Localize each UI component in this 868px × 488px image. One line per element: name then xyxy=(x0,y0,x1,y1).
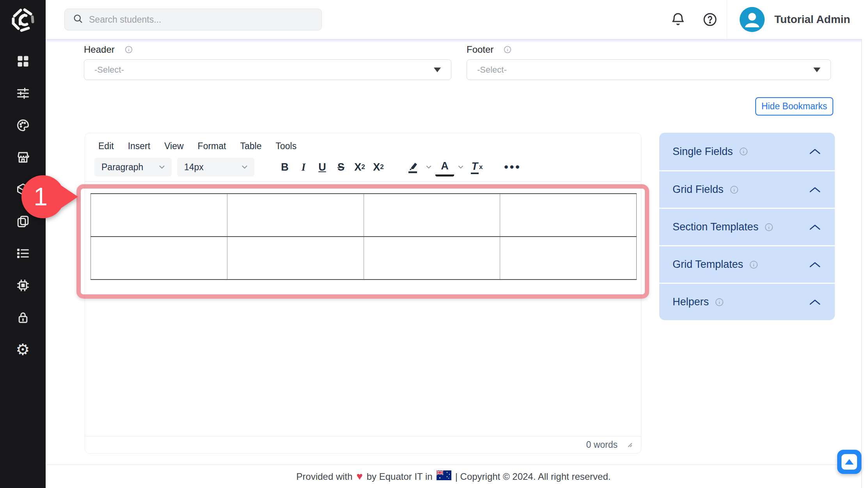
australia-flag-icon xyxy=(437,470,451,483)
content-top-accent xyxy=(46,39,861,43)
table-cell[interactable] xyxy=(364,194,500,237)
panel-grid-fields[interactable]: Grid Fields xyxy=(659,170,835,208)
user-avatar[interactable] xyxy=(740,7,765,32)
panel-section-templates[interactable]: Section Templates xyxy=(659,208,835,245)
strikethrough-button[interactable]: S xyxy=(332,158,350,176)
more-toolbar-button[interactable]: ••• xyxy=(503,158,522,176)
table-cell[interactable] xyxy=(364,237,500,280)
footer-select[interactable]: -Select- xyxy=(467,59,831,80)
footer-info-icon[interactable] xyxy=(504,46,511,53)
chevron-up-icon[interactable] xyxy=(808,147,822,156)
highlight-color-button[interactable] xyxy=(403,158,422,176)
word-count: 0 words xyxy=(586,440,618,450)
superscript-button[interactable]: X2 xyxy=(369,158,388,176)
info-icon[interactable] xyxy=(765,223,773,232)
scroll-track[interactable] xyxy=(861,39,862,488)
chevron-down-icon xyxy=(158,163,166,171)
panel-helpers[interactable]: Helpers xyxy=(659,283,835,320)
menu-format[interactable]: Format xyxy=(198,141,226,151)
store-icon[interactable] xyxy=(15,150,31,165)
lock-icon[interactable] xyxy=(15,310,31,325)
text-color-button[interactable]: A xyxy=(435,158,454,176)
underline-button[interactable]: U xyxy=(313,158,332,176)
font-size-select[interactable]: 14px xyxy=(177,158,254,176)
table-cell[interactable] xyxy=(91,237,227,280)
info-icon[interactable] xyxy=(730,185,738,194)
clear-formatting-button[interactable]: Tx xyxy=(467,158,486,176)
resize-handle[interactable] xyxy=(626,441,632,449)
highlight-color-chevron[interactable] xyxy=(422,158,435,176)
table-cell[interactable] xyxy=(91,194,227,237)
italic-button[interactable]: I xyxy=(294,158,313,176)
list-icon[interactable] xyxy=(15,246,31,261)
header-info-icon[interactable] xyxy=(125,46,133,53)
menu-edit[interactable]: Edit xyxy=(98,141,114,151)
notifications-bell-icon[interactable] xyxy=(669,11,687,28)
editor-menubar: Edit Insert View Format Table Tools xyxy=(85,133,641,151)
subscript-button[interactable]: X2 xyxy=(350,158,369,176)
heart-icon: ♥ xyxy=(357,470,363,483)
bookmarks-panel: Single Fields Grid Fields Section Templa… xyxy=(659,133,835,320)
header-select[interactable]: -Select- xyxy=(84,59,451,80)
page-footer: Provided with ♥ by Equator IT in | Copyr… xyxy=(46,465,861,488)
footer-field-label: Footer xyxy=(467,44,511,55)
menu-table[interactable]: Table xyxy=(240,141,261,151)
menu-view[interactable]: View xyxy=(164,141,183,151)
table-row xyxy=(91,194,637,237)
info-icon[interactable] xyxy=(749,260,758,269)
scroll-to-top-button[interactable] xyxy=(837,450,861,474)
paragraph-format-select[interactable]: Paragraph xyxy=(94,158,172,176)
panel-single-fields[interactable]: Single Fields xyxy=(659,133,835,170)
search-icon xyxy=(73,13,83,26)
sliders-icon[interactable] xyxy=(15,86,31,101)
rich-text-editor: Edit Insert View Format Table Tools Para… xyxy=(85,133,641,454)
info-icon[interactable] xyxy=(739,147,748,156)
sidebar: ⚙ xyxy=(0,0,46,488)
editor-content-area[interactable] xyxy=(85,193,641,404)
gear-icon[interactable]: ⚙ xyxy=(15,342,31,357)
app-logo-icon[interactable] xyxy=(5,3,41,37)
topbar-divider xyxy=(727,0,727,39)
table-cell[interactable] xyxy=(500,194,637,237)
editor-toolbar: Paragraph 14px B I U S X2 X2 A Tx ••• xyxy=(85,151,641,181)
caret-down-icon xyxy=(813,68,820,72)
chevron-up-icon[interactable] xyxy=(808,260,822,269)
header-field-label: Header xyxy=(84,44,133,55)
user-name[interactable]: Tutorial Admin xyxy=(774,0,850,39)
text-color-chevron[interactable] xyxy=(454,158,467,176)
info-icon[interactable] xyxy=(715,298,724,306)
menu-tools[interactable]: Tools xyxy=(275,141,296,151)
sidebar-nav: ⚙ xyxy=(0,54,46,357)
hide-bookmarks-button[interactable]: Hide Bookmarks xyxy=(755,97,833,116)
inserted-table[interactable] xyxy=(91,193,637,280)
chevron-up-icon[interactable] xyxy=(808,223,822,232)
panel-grid-templates[interactable]: Grid Templates xyxy=(659,245,835,283)
bold-button[interactable]: B xyxy=(275,158,294,176)
dashboard-icon[interactable] xyxy=(15,54,31,69)
table-row xyxy=(91,237,637,280)
editor-statusbar: 0 words xyxy=(85,436,641,453)
arrow-up-icon xyxy=(841,454,857,470)
chevron-up-icon[interactable] xyxy=(808,185,822,194)
menu-insert[interactable]: Insert xyxy=(128,141,151,151)
chevron-down-icon xyxy=(240,163,249,171)
help-icon[interactable] xyxy=(701,11,719,28)
palette-icon[interactable] xyxy=(15,118,31,133)
table-cell[interactable] xyxy=(227,194,364,237)
caret-down-icon xyxy=(434,68,441,72)
chevron-up-icon[interactable] xyxy=(808,298,822,306)
search-box[interactable] xyxy=(64,9,322,30)
pages-icon[interactable] xyxy=(15,214,31,229)
table-cell[interactable] xyxy=(500,237,637,280)
chip-icon[interactable] xyxy=(15,278,31,293)
top-bar: Tutorial Admin xyxy=(46,0,868,39)
toolbar-divider xyxy=(85,181,641,182)
search-input[interactable] xyxy=(89,14,314,25)
table-cell[interactable] xyxy=(227,237,364,280)
cube-icon[interactable] xyxy=(15,182,31,197)
highlighter-icon xyxy=(406,160,419,174)
